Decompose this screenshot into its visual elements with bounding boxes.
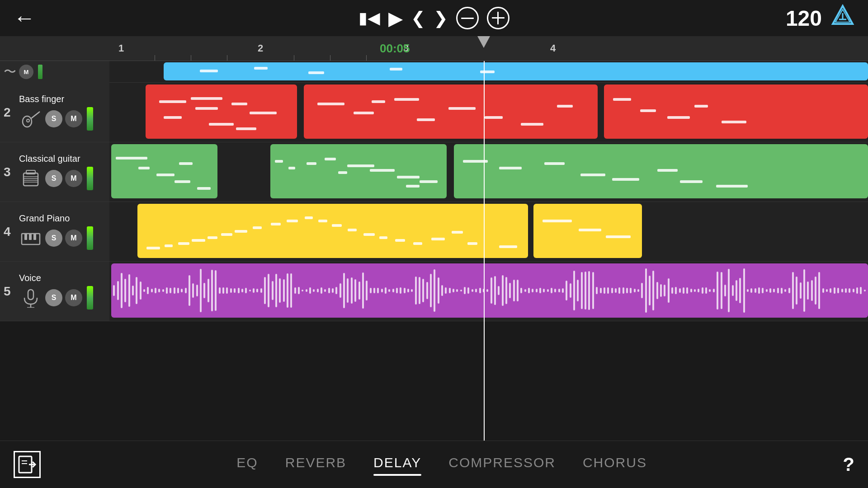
bottom-bar: EQ REVERB DELAY COMPRESSOR CHORUS ?: [0, 441, 868, 488]
wave-bar: [396, 288, 398, 293]
wave-bar: [618, 287, 620, 294]
help-button[interactable]: ?: [843, 454, 854, 475]
wave-bar: [430, 274, 432, 307]
rewind-button[interactable]: ▮◀: [359, 9, 380, 28]
wave-bar: [502, 275, 504, 306]
track3-clip2[interactable]: [270, 144, 447, 198]
track2-content[interactable]: [109, 83, 868, 142]
wave-bar: [366, 281, 368, 300]
track5-content[interactable]: [109, 262, 868, 321]
wave-bar: [570, 283, 571, 298]
prev-button[interactable]: ❮: [411, 8, 425, 28]
file-import-button[interactable]: [14, 451, 41, 478]
wave-bar: [755, 288, 756, 293]
track2-m-button[interactable]: M: [65, 110, 82, 127]
svg-rect-11: [24, 173, 38, 186]
track-row-4: 4 Grand Piano S M: [0, 202, 868, 262]
track3-clip1[interactable]: [111, 144, 217, 198]
wave-bar: [596, 287, 598, 294]
track1-content[interactable]: [109, 61, 868, 82]
wave-bar: [577, 280, 579, 302]
wave-bar: [238, 288, 240, 294]
track2-volume: [87, 107, 93, 131]
wave-bar: [694, 289, 696, 292]
wave-bar: [728, 269, 730, 312]
wave-bar: [332, 288, 334, 293]
wave-bar: [434, 269, 435, 312]
track5-m-button[interactable]: M: [65, 289, 82, 306]
svg-rect-18: [24, 234, 27, 240]
track-number-3: 3: [4, 165, 11, 179]
wave-bar: [449, 288, 451, 293]
wave-bar: [547, 289, 549, 291]
wave-bar: [211, 270, 213, 311]
wave-bar: [136, 277, 137, 304]
track-name-3: Classical guitar: [19, 154, 105, 164]
track1-m-button[interactable]: M: [19, 65, 33, 79]
next-button[interactable]: ❯: [434, 8, 448, 28]
wave-bar: [283, 279, 285, 301]
track4-m-button[interactable]: M: [65, 230, 82, 247]
wave-bar: [717, 272, 718, 309]
track4-clip2[interactable]: [533, 204, 642, 258]
wave-bar: [404, 288, 406, 293]
track4-content[interactable]: [109, 202, 868, 261]
bottom-tabs: EQ REVERB DELAY COMPRESSOR CHORUS: [236, 455, 647, 474]
track3-content[interactable]: [109, 142, 868, 202]
wave-bar: [445, 287, 447, 294]
wave-bar: [818, 272, 820, 310]
track5-clip[interactable]: [111, 263, 868, 318]
wave-bar: [260, 288, 262, 293]
wave-bar: [219, 287, 221, 293]
track1-clip[interactable]: [164, 62, 868, 80]
wave-bar: [158, 289, 160, 293]
wave-bar: [275, 274, 277, 308]
wave-bar: [698, 289, 699, 292]
wave-bar: [686, 287, 688, 294]
wave-bar: [853, 289, 854, 292]
track5-s-button[interactable]: S: [45, 289, 62, 306]
track2-clip1[interactable]: [146, 84, 297, 139]
wave-bar: [162, 289, 164, 292]
wave-bar: [419, 277, 420, 305]
tab-chorus[interactable]: CHORUS: [583, 455, 647, 474]
wave-bar: [208, 279, 209, 302]
tab-delay[interactable]: DELAY: [373, 455, 421, 474]
wave-bar: [543, 289, 545, 292]
play-button[interactable]: ▶: [388, 7, 403, 29]
wave-bar: [388, 289, 390, 292]
wave-bar: [539, 288, 541, 293]
back-button[interactable]: ←: [14, 7, 35, 29]
wave-bar: [588, 271, 590, 310]
wave-bar: [491, 277, 492, 304]
track3-clip3[interactable]: [454, 144, 868, 198]
tab-eq[interactable]: EQ: [236, 455, 258, 474]
tab-reverb[interactable]: REVERB: [285, 455, 346, 474]
track4-s-button[interactable]: S: [45, 230, 62, 247]
wave-bar: [758, 287, 760, 294]
top-bar: ← ▮◀ ▶ ❮ ❯ 120: [0, 0, 868, 36]
wave-bar: [362, 272, 364, 309]
wave-bar: [475, 289, 477, 292]
zoom-out-button[interactable]: [456, 7, 479, 29]
track2-clip3[interactable]: [604, 84, 868, 139]
track1-squiggle-icon: 〜: [4, 63, 16, 80]
track4-clip1[interactable]: [137, 204, 528, 258]
zoom-in-button[interactable]: [487, 7, 509, 29]
track3-s-button[interactable]: S: [45, 170, 62, 187]
svg-point-10: [27, 119, 29, 122]
wave-bar: [335, 287, 337, 294]
track-number-5: 5: [4, 284, 11, 299]
tab-compressor[interactable]: COMPRESSOR: [448, 455, 556, 474]
wave-bar: [743, 268, 745, 313]
wave-bar: [321, 287, 322, 294]
track4-volume: [87, 226, 93, 250]
track2-s-button[interactable]: S: [45, 110, 62, 127]
wave-bar: [151, 289, 153, 292]
wave-bar: [796, 277, 797, 305]
ruler-mark-2: 2: [258, 36, 263, 61]
timeline-ruler[interactable]: 1 2 3 4 00:05: [109, 36, 868, 61]
track3-m-button[interactable]: M: [65, 170, 82, 187]
wave-bar: [860, 287, 862, 294]
track2-clip2[interactable]: [304, 84, 598, 139]
